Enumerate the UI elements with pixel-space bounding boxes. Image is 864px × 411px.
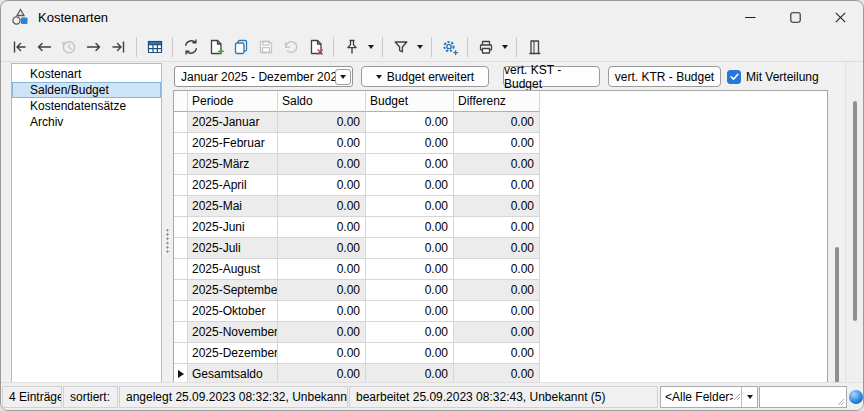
cell-differenz: 0.00 [454, 133, 540, 154]
table-view-button[interactable] [142, 35, 167, 59]
toolbar-separator [467, 37, 468, 57]
print-dropdown-button[interactable] [498, 35, 511, 59]
exit-button[interactable] [522, 35, 547, 59]
row-selector[interactable] [174, 322, 188, 343]
undo-button[interactable] [278, 35, 303, 59]
cell-budget[interactable]: 0.00 [366, 154, 454, 175]
quick-search-box[interactable] [759, 386, 847, 408]
statusbar-sorted: sortiert: [63, 386, 118, 408]
column-header-differenz[interactable]: Differenz [454, 91, 540, 112]
table-row[interactable]: 2025-Februar 0.00 0.00 0.00 [174, 133, 827, 154]
delete-record-button[interactable] [303, 35, 328, 59]
panel-scrollbar-track[interactable] [845, 62, 863, 384]
titlebar: Kostenarten [1, 1, 863, 33]
row-selector[interactable] [174, 175, 188, 196]
cell-budget[interactable]: 0.00 [366, 112, 454, 133]
cell-budget[interactable]: 0.00 [366, 238, 454, 259]
table-row[interactable]: 2025-Januar 0.00 0.00 0.00 [174, 112, 827, 133]
cell-budget[interactable]: 0.00 [366, 133, 454, 154]
cell-budget[interactable]: 0.00 [366, 343, 454, 364]
pin-dropdown-button[interactable] [364, 35, 377, 59]
table-row[interactable]: 2025-April 0.00 0.00 0.00 [174, 175, 827, 196]
period-select-dropdown-button[interactable] [335, 69, 351, 85]
next-record-icon [84, 37, 104, 57]
filter-button[interactable] [388, 35, 413, 59]
cell-differenz: 0.00 [454, 364, 540, 384]
row-selector[interactable] [174, 280, 188, 301]
table-row[interactable]: 2025-Mai 0.00 0.00 0.00 [174, 196, 827, 217]
refresh-button[interactable] [178, 35, 203, 59]
cell-budget[interactable]: 0.00 [366, 280, 454, 301]
sidebar-item[interactable]: Salden/Budget [12, 82, 161, 98]
cell-saldo: 0.00 [278, 217, 366, 238]
new-record-button[interactable] [203, 35, 228, 59]
mit-verteilung-checkbox[interactable] [727, 70, 741, 84]
field-filter-dropdown-button[interactable] [741, 387, 757, 407]
table-row[interactable]: 2025-August 0.00 0.00 0.00 [174, 259, 827, 280]
cell-budget[interactable]: 0.00 [366, 322, 454, 343]
row-selector[interactable] [174, 301, 188, 322]
settings-add-button[interactable] [437, 35, 462, 59]
row-selector[interactable] [174, 112, 188, 133]
table-row[interactable]: 2025-September 0.00 0.00 0.00 [174, 280, 827, 301]
cell-differenz: 0.00 [454, 217, 540, 238]
minimize-button[interactable] [728, 2, 773, 33]
table-row[interactable]: 2025-Dezember 0.00 0.00 0.00 [174, 343, 827, 364]
row-selector[interactable] [174, 196, 188, 217]
print-button[interactable] [473, 35, 498, 59]
row-selector[interactable] [174, 238, 188, 259]
column-header-saldo[interactable]: Saldo [278, 91, 366, 112]
close-button[interactable] [818, 2, 863, 33]
history-button[interactable] [56, 35, 81, 59]
table-row[interactable]: 2025-Oktober 0.00 0.00 0.00 [174, 301, 827, 322]
chevron-down-icon [747, 395, 753, 399]
row-selector[interactable] [174, 343, 188, 364]
maximize-button[interactable] [773, 2, 818, 33]
first-record-button[interactable] [6, 35, 31, 59]
splitter-handle[interactable] [164, 226, 170, 256]
row-selector[interactable] [174, 259, 188, 280]
online-status-icon[interactable] [849, 390, 863, 404]
cell-budget[interactable]: 0.00 [366, 217, 454, 238]
cell-budget[interactable]: 0.00 [366, 259, 454, 280]
cell-budget[interactable]: 0.00 [366, 196, 454, 217]
copy-record-icon [231, 37, 251, 57]
last-record-button[interactable] [106, 35, 131, 59]
quick-search-input[interactable] [767, 388, 837, 406]
row-selector[interactable] [174, 133, 188, 154]
period-select[interactable]: Januar 2025 - Dezember 2025 [174, 66, 353, 87]
table-row[interactable]: 2025-November 0.00 0.00 0.00 [174, 322, 827, 343]
table-row[interactable]: 2025-März 0.00 0.00 0.00 [174, 154, 827, 175]
table-scrollbar-track[interactable] [828, 62, 845, 384]
sidebar-item[interactable]: Kostenart [12, 66, 161, 82]
column-header-budget[interactable]: Budget [366, 91, 454, 112]
field-filter-select[interactable]: <Alle Felder> [660, 386, 758, 408]
sidebar-item[interactable]: Archiv [12, 114, 161, 130]
previous-record-button[interactable] [31, 35, 56, 59]
copy-record-button[interactable] [228, 35, 253, 59]
cell-budget[interactable]: 0.00 [366, 301, 454, 322]
table-scrollbar-thumb[interactable] [835, 247, 839, 384]
budget-expand-button[interactable]: Budget erweitert [361, 66, 489, 87]
row-selector[interactable] [174, 364, 188, 384]
save-icon [256, 37, 276, 57]
table-row[interactable]: 2025-Juni 0.00 0.00 0.00 [174, 217, 827, 238]
ktr-budget-button[interactable]: vert. KTR - Budget [608, 66, 721, 87]
table-row[interactable]: Gesamtsaldo 0.00 0.00 0.00 [174, 364, 827, 384]
panel-scrollbar-thumb[interactable] [853, 101, 857, 321]
row-selector[interactable] [174, 154, 188, 175]
filter-dropdown-button[interactable] [413, 35, 426, 59]
cell-periode: 2025-August [188, 259, 278, 280]
sidebar-item[interactable]: Kostendatensätze [12, 98, 161, 114]
save-button[interactable] [253, 35, 278, 59]
kst-budget-button[interactable]: vert. KST - Budget [503, 66, 600, 87]
cell-budget[interactable]: 0.00 [366, 175, 454, 196]
column-header-periode[interactable]: Periode [188, 91, 278, 112]
table-row[interactable]: 2025-Juli 0.00 0.00 0.00 [174, 238, 827, 259]
cell-budget[interactable]: 0.00 [366, 364, 454, 384]
toolbar-separator [172, 37, 173, 57]
pin-button[interactable] [339, 35, 364, 59]
next-record-button[interactable] [81, 35, 106, 59]
row-selector[interactable] [174, 217, 188, 238]
exit-icon [525, 37, 545, 57]
